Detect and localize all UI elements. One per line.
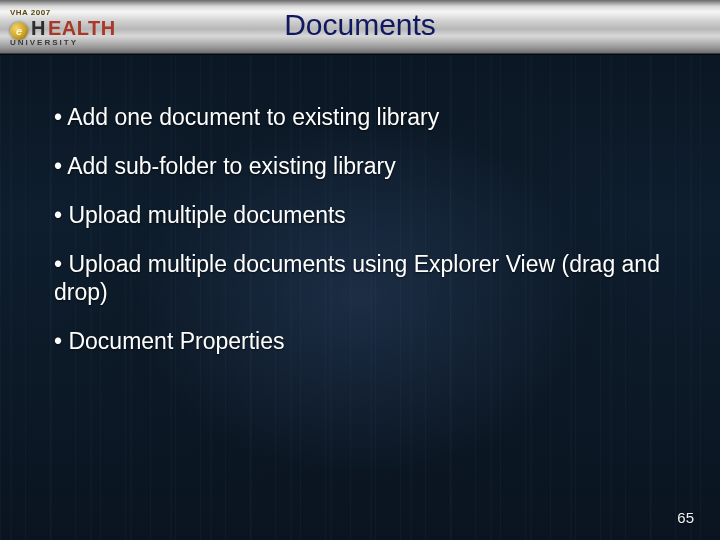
header-strip: VHA 2007 e HEALTH UNIVERSITY Documents [0,0,720,54]
page-number: 65 [677,509,694,526]
bullet-item: • Document Properties [54,328,680,355]
slide-title: Documents [0,8,720,42]
bullet-item: • Upload multiple documents [54,202,680,229]
bullet-item: • Add sub-folder to existing library [54,153,680,180]
slide-content: • Add one document to existing library• … [54,104,680,377]
bullet-item: • Add one document to existing library [54,104,680,131]
bullet-item: • Upload multiple documents using Explor… [54,251,680,305]
slide: VHA 2007 e HEALTH UNIVERSITY Documents •… [0,0,720,540]
